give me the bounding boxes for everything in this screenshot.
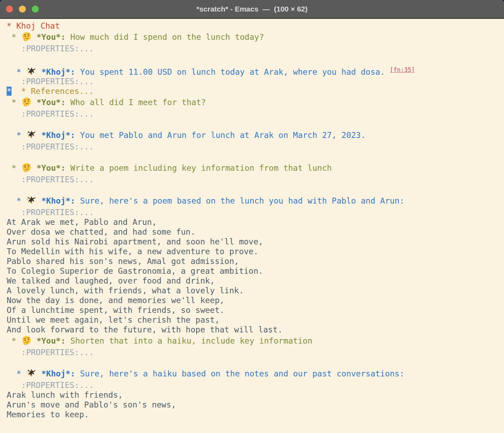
window-controls [6, 0, 39, 18]
properties-drawer: :PROPERTIES:... [7, 347, 504, 357]
buffer[interactable]: * Khoj Chat * *You*: How much did I spen… [0, 19, 504, 430]
zoom-button[interactable] [32, 6, 39, 13]
window-title: *scratch* - Emacs — (100 × 62) [0, 5, 504, 13]
text-run [7, 208, 21, 217]
text-run [7, 109, 21, 118]
properties-ellipsis[interactable]: :PROPERTIES:... [21, 109, 94, 118]
minimize-button[interactable] [19, 6, 26, 13]
haiku-line: Arak lunch with friends, [7, 390, 504, 400]
text-run: *Khoj*: [41, 196, 75, 205]
properties-ellipsis[interactable]: :PROPERTIES:... [21, 348, 94, 357]
poem-line: And look forward to the future, with hop… [7, 325, 504, 335]
properties-drawer: :PROPERTIES:... [7, 207, 504, 217]
footnote-link[interactable]: [fn:35] [390, 66, 415, 73]
text-run: Pablo shared his son's news, Amal got ad… [7, 257, 239, 266]
text-run: * [16, 131, 26, 140]
properties-ellipsis[interactable]: :PROPERTIES:... [21, 381, 94, 390]
text-run [36, 67, 41, 76]
text-run [32, 98, 37, 107]
text-run: Shorten that into a haiku, include key i… [66, 336, 312, 345]
properties-ellipsis[interactable]: :PROPERTIES:... [21, 142, 94, 151]
poem-line: We talked and laughed, over food and dri… [7, 276, 504, 286]
blank-line [7, 152, 504, 162]
text-run [7, 142, 21, 151]
chat-message-khoj-2: * *Khoj*: You met Pablo and Arun for lun… [7, 129, 504, 142]
properties-ellipsis[interactable]: :PROPERTIES:... [21, 77, 94, 86]
text-run: *Khoj*: [41, 131, 75, 140]
properties-ellipsis[interactable]: :PROPERTIES:... [21, 44, 94, 53]
haiku-line: Memories to keep. [7, 410, 504, 419]
text-run: Of a lunchtime spent, with friends, so s… [7, 306, 224, 315]
poem-line: Arun sold his Nairobi apartment, and soo… [7, 237, 504, 247]
text-run: * [16, 196, 26, 205]
text-run: To Medellin with his wife, a new adventu… [7, 247, 258, 256]
text-run: * [12, 163, 21, 173]
text-run [36, 369, 41, 378]
properties-ellipsis[interactable]: :PROPERTIES:... [21, 175, 94, 184]
properties-drawer: :PROPERTIES:... [7, 44, 504, 53]
text-run [7, 381, 21, 390]
text-run: *You*: [36, 336, 65, 345]
text-run [32, 336, 37, 345]
text-run: *You*: [36, 163, 65, 173]
text-run: Sure, here's a haiku based on the notes … [75, 369, 404, 378]
text-run: * [16, 369, 26, 378]
eagle-icon [26, 195, 36, 206]
properties-ellipsis[interactable]: :PROPERTIES:... [21, 208, 94, 217]
poem-line: Now the day is done, and memories we'll … [7, 295, 504, 305]
poem-line: Until we meet again, let's cherish the p… [7, 315, 504, 325]
haiku-line: Arun's move and Pablo's son's news, [7, 400, 504, 410]
text-run: Arun's move and Pablo's son's news, [7, 400, 176, 409]
text-run [7, 175, 21, 184]
text-run [32, 163, 37, 173]
references-ellipsis[interactable]: * References... [21, 87, 94, 96]
chat-message-you-3: * *You*: Write a poem including key info… [7, 162, 504, 175]
text-run [7, 98, 12, 107]
text-run [7, 336, 12, 345]
text-run: * Khoj Chat [7, 21, 60, 30]
text-run: Sure, here's a poem based on the lunch y… [75, 196, 404, 205]
text-run [7, 369, 16, 378]
properties-drawer: :PROPERTIES:... [7, 109, 504, 119]
poem-line: Pablo shared his son's news, Amal got ad… [7, 256, 504, 266]
blank-line [7, 184, 504, 195]
text-run: How much did I spend on the lunch today? [66, 32, 264, 42]
text-run: *Khoj*: [41, 369, 75, 378]
properties-drawer: :PROPERTIES:... [7, 175, 504, 184]
text-run: Write a poem including key information f… [66, 163, 332, 173]
text-run [7, 348, 21, 357]
text-run: Over dosa we chatted, and had some fun. [7, 227, 195, 236]
chat-message-you-1: * *You*: How much did I spend on the lun… [7, 31, 504, 44]
chat-message-khoj-1: * *Khoj*: You spent 11.00 USD on lunch t… [7, 64, 504, 76]
poem-line: A lovely lunch, with friends, what a lov… [7, 286, 504, 295]
chat-message-khoj-4: * *Khoj*: Sure, here's a haiku based on … [7, 367, 504, 380]
text-run [32, 32, 37, 42]
chat-message-you-4: * *You*: Shorten that into a haiku, incl… [7, 335, 504, 347]
text-cursor: * [7, 87, 12, 96]
text-run [36, 196, 41, 205]
poem-line: Of a lunchtime spent, with friends, so s… [7, 305, 504, 315]
text-run: * [12, 336, 21, 345]
eagle-icon [26, 368, 36, 379]
poem-line: To Medellin with his wife, a new adventu… [7, 247, 504, 256]
text-run [7, 32, 12, 42]
text-run [7, 44, 21, 53]
eagle-icon [26, 130, 36, 140]
blank-line [7, 357, 504, 367]
text-run: Until we meet again, let's cherish the p… [7, 315, 219, 324]
thinking-face-icon [21, 162, 32, 173]
eagle-icon [26, 66, 36, 77]
text-run [7, 196, 16, 205]
chat-message-khoj-3: * *Khoj*: Sure, here's a poem based on t… [7, 195, 504, 207]
text-run: You spent 11.00 USD on lunch today at Ar… [75, 67, 390, 76]
text-run [7, 163, 12, 173]
text-run: * [12, 98, 21, 107]
poem-line: Over dosa we chatted, and had some fun. [7, 227, 504, 237]
text-run [7, 131, 16, 140]
properties-drawer: :PROPERTIES:... [7, 76, 504, 86]
text-run [36, 131, 41, 140]
close-button[interactable] [6, 6, 13, 13]
references-heading: * * References... [7, 86, 504, 96]
text-run: And look forward to the future, with hop… [7, 325, 282, 334]
chat-message-you-2: * *You*: Who all did I meet for that? [7, 96, 504, 109]
